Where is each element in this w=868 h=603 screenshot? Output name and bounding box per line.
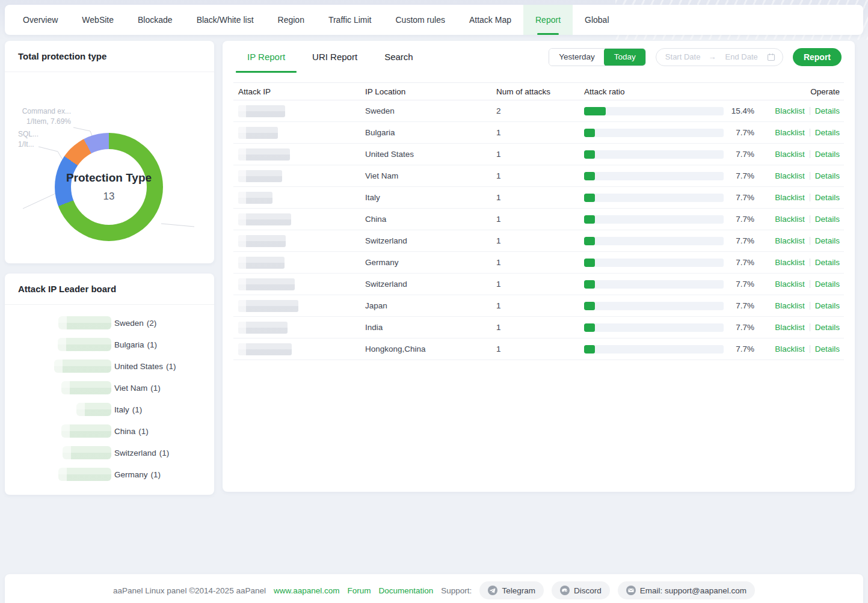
redacted-ip-bar bbox=[54, 360, 111, 373]
redacted-ip-bar bbox=[61, 381, 111, 394]
nav-item[interactable]: Blockade bbox=[126, 5, 185, 35]
redacted-ip-bar bbox=[58, 468, 111, 481]
attack-ip-cell bbox=[233, 127, 365, 139]
email-button[interactable]: Email: support@aapanel.com bbox=[618, 581, 755, 599]
redacted-ip bbox=[238, 170, 282, 182]
ratio-track bbox=[584, 302, 724, 310]
leaderboard-list: Sweden (2) Bulgaria (1) Unit bbox=[5, 305, 214, 485]
redacted-ip bbox=[238, 278, 295, 290]
details-link[interactable]: Details bbox=[815, 258, 840, 267]
header-num-attacks: Num of attacks bbox=[496, 87, 584, 96]
attack-ip-leaderboard-panel: Attack IP Leader board Sweden (2) Bulgar… bbox=[5, 274, 214, 495]
ip-location-cell: Japan bbox=[365, 301, 496, 310]
attack-ip-cell bbox=[233, 235, 365, 247]
details-link[interactable]: Details bbox=[815, 171, 840, 180]
table-row: China 1 7.7% Blacklist Details bbox=[233, 209, 844, 230]
leaderboard-row: Switzerland (1) bbox=[5, 442, 214, 464]
blacklist-link[interactable]: Blacklist bbox=[775, 106, 805, 115]
ratio-percent: 7.7% bbox=[727, 280, 754, 289]
email-icon bbox=[626, 586, 636, 595]
report-tab[interactable]: IP Report bbox=[236, 41, 297, 73]
ratio-percent: 7.7% bbox=[727, 236, 754, 245]
ratio-percent: 15.4% bbox=[727, 106, 754, 115]
operate-cell: Blacklist Details bbox=[754, 280, 844, 289]
operate-cell: Blacklist Details bbox=[754, 344, 844, 354]
blacklist-link[interactable]: Blacklist bbox=[775, 128, 805, 137]
nav-item[interactable]: Custom rules bbox=[384, 5, 457, 35]
link-divider bbox=[810, 345, 810, 353]
num-attacks-cell: 1 bbox=[496, 323, 584, 332]
donut-center-title: Protection Type bbox=[66, 171, 152, 185]
blacklist-link[interactable]: Blacklist bbox=[775, 193, 805, 202]
leaderboard-country: China bbox=[114, 427, 135, 436]
table-row: Sweden 2 15.4% Blacklist Details bbox=[233, 100, 844, 122]
nav-item[interactable]: Global bbox=[573, 5, 621, 35]
blacklist-link[interactable]: Blacklist bbox=[775, 236, 805, 245]
nav-item[interactable]: Attack Map bbox=[457, 5, 523, 35]
ratio-track bbox=[584, 107, 724, 115]
telegram-icon bbox=[488, 586, 497, 595]
nav-item[interactable]: Traffic Limit bbox=[316, 5, 384, 35]
nav-item[interactable]: Overview bbox=[11, 5, 70, 35]
operate-cell: Blacklist Details bbox=[754, 323, 844, 332]
link-divider bbox=[810, 107, 810, 115]
date-preset-toggle: Yesterday Today bbox=[549, 48, 646, 66]
ratio-track bbox=[584, 237, 724, 245]
attack-ratio-cell: 7.7% bbox=[584, 301, 754, 310]
leaderboard-count: (1) bbox=[150, 384, 161, 393]
table-row: Switzerland 1 7.7% Blacklist Details bbox=[233, 274, 844, 295]
ratio-percent: 7.7% bbox=[727, 150, 754, 159]
redacted-ip-bar bbox=[61, 424, 111, 438]
details-link[interactable]: Details bbox=[815, 106, 840, 115]
details-link[interactable]: Details bbox=[815, 193, 840, 202]
ratio-track bbox=[584, 259, 724, 267]
details-link[interactable]: Details bbox=[815, 236, 840, 245]
blacklist-link[interactable]: Blacklist bbox=[775, 215, 805, 224]
website-link[interactable]: www.aapanel.com bbox=[274, 586, 340, 595]
operate-cell: Blacklist Details bbox=[754, 128, 844, 137]
report-button[interactable]: Report bbox=[793, 48, 842, 66]
documentation-link[interactable]: Documentation bbox=[379, 586, 434, 595]
report-tab[interactable]: Search bbox=[373, 41, 425, 73]
num-attacks-cell: 1 bbox=[496, 128, 584, 137]
link-divider bbox=[810, 323, 810, 331]
forum-link[interactable]: Forum bbox=[348, 586, 371, 595]
operate-cell: Blacklist Details bbox=[754, 301, 844, 310]
today-button[interactable]: Today bbox=[604, 48, 646, 66]
nav-item[interactable]: Report bbox=[523, 5, 573, 35]
ratio-percent: 7.7% bbox=[727, 215, 754, 224]
blacklist-link[interactable]: Blacklist bbox=[775, 323, 805, 332]
details-link[interactable]: Details bbox=[815, 150, 840, 159]
blacklist-link[interactable]: Blacklist bbox=[775, 301, 805, 310]
nav-item[interactable]: Region bbox=[266, 5, 316, 35]
num-attacks-cell: 1 bbox=[496, 280, 584, 289]
yesterday-button[interactable]: Yesterday bbox=[549, 49, 605, 66]
details-link[interactable]: Details bbox=[815, 301, 840, 310]
blacklist-link[interactable]: Blacklist bbox=[775, 171, 805, 180]
details-link[interactable]: Details bbox=[815, 215, 840, 224]
report-tab[interactable]: URI Report bbox=[301, 41, 369, 73]
header-operate: Operate bbox=[754, 87, 844, 96]
details-link[interactable]: Details bbox=[815, 344, 840, 354]
ratio-track bbox=[584, 345, 724, 354]
nav-item[interactable]: WebSite bbox=[70, 5, 126, 35]
attack-ip-table: Attack IP IP Location Num of attacks Att… bbox=[233, 82, 844, 360]
blacklist-link[interactable]: Blacklist bbox=[775, 150, 805, 159]
attack-ratio-cell: 7.7% bbox=[584, 193, 754, 202]
details-link[interactable]: Details bbox=[815, 280, 840, 289]
blacklist-link[interactable]: Blacklist bbox=[775, 280, 805, 289]
blacklist-link[interactable]: Blacklist bbox=[775, 258, 805, 267]
donut-center-value: 13 bbox=[103, 191, 115, 203]
ratio-percent: 7.7% bbox=[727, 344, 754, 354]
leaderboard-row: China (1) bbox=[5, 420, 214, 442]
details-link[interactable]: Details bbox=[815, 128, 840, 137]
telegram-button[interactable]: Telegram bbox=[479, 581, 544, 599]
nav-item[interactable]: Black/White list bbox=[185, 5, 266, 35]
blacklist-link[interactable]: Blacklist bbox=[775, 344, 805, 354]
panel-title: Total protection type bbox=[5, 41, 214, 72]
ip-location-cell: Bulgaria bbox=[365, 128, 496, 137]
date-range-input[interactable]: Start Date → End Date bbox=[656, 48, 783, 66]
redacted-ip bbox=[238, 235, 286, 247]
details-link[interactable]: Details bbox=[815, 323, 840, 332]
discord-button[interactable]: Discord bbox=[552, 581, 610, 599]
